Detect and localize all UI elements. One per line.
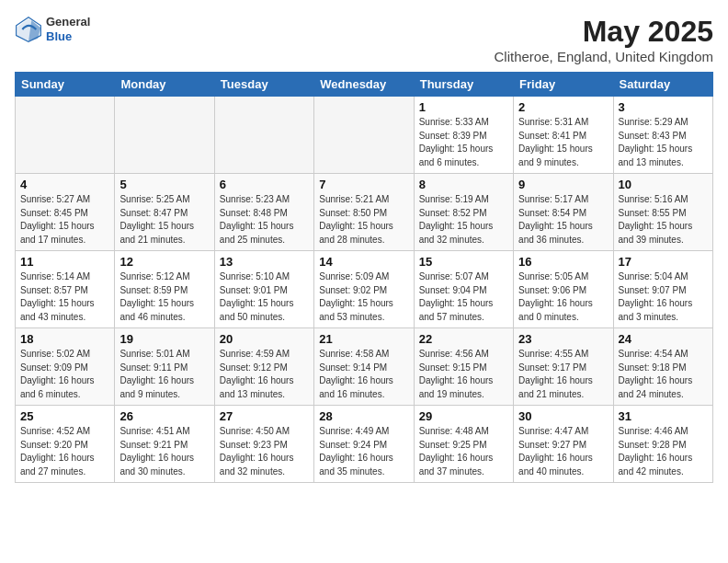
calendar-day: 1Sunrise: 5:33 AMSunset: 8:39 PMDaylight…: [414, 97, 513, 174]
calendar-day: [314, 97, 414, 174]
day-number: 2: [518, 100, 608, 114]
day-detail: Sunrise: 4:58 AMSunset: 9:14 PMDaylight:…: [319, 348, 408, 401]
day-number: 3: [619, 100, 708, 114]
calendar-day: 23Sunrise: 4:55 AMSunset: 9:17 PMDayligh…: [514, 328, 613, 406]
day-detail: Sunrise: 4:55 AMSunset: 9:17 PMDaylight:…: [518, 348, 608, 401]
calendar-day: 6Sunrise: 5:23 AMSunset: 8:48 PMDaylight…: [214, 174, 313, 251]
page-header: General Blue May 2025 Clitheroe, England…: [15, 15, 713, 64]
day-number: 4: [20, 178, 109, 191]
day-number: 23: [518, 332, 608, 346]
calendar-day: 12Sunrise: 5:12 AMSunset: 8:59 PMDayligh…: [115, 251, 214, 328]
day-detail: Sunrise: 5:19 AMSunset: 8:52 PMDaylight:…: [419, 193, 508, 247]
logo-blue-text: Blue: [46, 29, 90, 44]
month-title: May 2025: [495, 15, 713, 49]
day-detail: Sunrise: 4:47 AMSunset: 9:27 PMDaylight:…: [518, 425, 608, 478]
calendar-header-row: SundayMondayTuesdayWednesdayThursdayFrid…: [16, 73, 713, 97]
calendar-day: 4Sunrise: 5:27 AMSunset: 8:45 PMDaylight…: [16, 174, 115, 251]
calendar-day: 15Sunrise: 5:07 AMSunset: 9:04 PMDayligh…: [414, 251, 513, 328]
day-number: 27: [220, 409, 309, 423]
calendar-day: 31Sunrise: 4:46 AMSunset: 9:28 PMDayligh…: [613, 406, 712, 483]
calendar-day: [214, 97, 313, 174]
day-detail: Sunrise: 5:12 AMSunset: 8:59 PMDaylight:…: [119, 270, 209, 324]
calendar-day: 20Sunrise: 4:59 AMSunset: 9:12 PMDayligh…: [214, 328, 313, 406]
calendar-week-4: 18Sunrise: 5:02 AMSunset: 9:09 PMDayligh…: [16, 328, 713, 406]
day-number: 30: [518, 409, 608, 423]
calendar-day: 7Sunrise: 5:21 AMSunset: 8:50 PMDaylight…: [314, 174, 414, 251]
calendar-day: 17Sunrise: 5:04 AMSunset: 9:07 PMDayligh…: [613, 251, 712, 328]
day-detail: Sunrise: 5:16 AMSunset: 8:55 PMDaylight:…: [619, 193, 708, 247]
calendar-day: 9Sunrise: 5:17 AMSunset: 8:54 PMDaylight…: [514, 174, 613, 251]
calendar-day: 14Sunrise: 5:09 AMSunset: 9:02 PMDayligh…: [314, 251, 414, 328]
day-number: 25: [20, 409, 109, 423]
day-number: 15: [419, 255, 508, 269]
day-detail: Sunrise: 4:48 AMSunset: 9:25 PMDaylight:…: [419, 425, 508, 478]
col-header-saturday: Saturday: [613, 73, 712, 97]
day-number: 9: [518, 178, 608, 191]
calendar-day: 24Sunrise: 4:54 AMSunset: 9:18 PMDayligh…: [613, 328, 712, 406]
calendar-day: 29Sunrise: 4:48 AMSunset: 9:25 PMDayligh…: [414, 406, 513, 483]
day-detail: Sunrise: 4:59 AMSunset: 9:12 PMDaylight:…: [220, 348, 309, 401]
logo-icon: [15, 16, 42, 43]
day-detail: Sunrise: 5:05 AMSunset: 9:06 PMDaylight:…: [518, 270, 608, 324]
day-detail: Sunrise: 5:01 AMSunset: 9:11 PMDaylight:…: [119, 348, 209, 401]
day-number: 22: [419, 332, 508, 346]
day-number: 11: [20, 255, 109, 269]
day-number: 28: [319, 409, 408, 423]
day-detail: Sunrise: 5:25 AMSunset: 8:47 PMDaylight:…: [119, 193, 209, 247]
day-number: 14: [319, 255, 408, 269]
day-number: 18: [20, 332, 109, 346]
calendar-day: 18Sunrise: 5:02 AMSunset: 9:09 PMDayligh…: [16, 328, 115, 406]
day-number: 5: [119, 178, 209, 191]
calendar-day: 13Sunrise: 5:10 AMSunset: 9:01 PMDayligh…: [214, 251, 313, 328]
day-number: 16: [518, 255, 608, 269]
day-detail: Sunrise: 5:04 AMSunset: 9:07 PMDaylight:…: [619, 270, 708, 324]
calendar-table: SundayMondayTuesdayWednesdayThursdayFrid…: [15, 72, 713, 483]
day-detail: Sunrise: 5:09 AMSunset: 9:02 PMDaylight:…: [319, 270, 408, 324]
day-number: 20: [220, 332, 309, 346]
col-header-friday: Friday: [514, 73, 613, 97]
calendar-day: [115, 97, 214, 174]
calendar-day: 3Sunrise: 5:29 AMSunset: 8:43 PMDaylight…: [613, 97, 712, 174]
day-detail: Sunrise: 5:31 AMSunset: 8:41 PMDaylight:…: [518, 116, 608, 169]
day-detail: Sunrise: 5:29 AMSunset: 8:43 PMDaylight:…: [619, 116, 708, 169]
day-number: 1: [419, 100, 508, 114]
logo-general-text: General: [46, 15, 90, 29]
calendar-week-1: 1Sunrise: 5:33 AMSunset: 8:39 PMDaylight…: [16, 97, 713, 174]
calendar-day: 10Sunrise: 5:16 AMSunset: 8:55 PMDayligh…: [613, 174, 712, 251]
calendar-day: [16, 97, 115, 174]
day-detail: Sunrise: 4:46 AMSunset: 9:28 PMDaylight:…: [619, 425, 708, 478]
day-detail: Sunrise: 5:14 AMSunset: 8:57 PMDaylight:…: [20, 270, 109, 324]
day-detail: Sunrise: 5:07 AMSunset: 9:04 PMDaylight:…: [419, 270, 508, 324]
day-number: 12: [119, 255, 209, 269]
day-detail: Sunrise: 5:23 AMSunset: 8:48 PMDaylight:…: [220, 193, 309, 247]
day-detail: Sunrise: 5:33 AMSunset: 8:39 PMDaylight:…: [419, 116, 508, 169]
day-detail: Sunrise: 4:50 AMSunset: 9:23 PMDaylight:…: [220, 425, 309, 478]
calendar-day: 22Sunrise: 4:56 AMSunset: 9:15 PMDayligh…: [414, 328, 513, 406]
day-number: 24: [619, 332, 708, 346]
calendar-day: 5Sunrise: 5:25 AMSunset: 8:47 PMDaylight…: [115, 174, 214, 251]
calendar-day: 30Sunrise: 4:47 AMSunset: 9:27 PMDayligh…: [514, 406, 613, 483]
day-detail: Sunrise: 4:56 AMSunset: 9:15 PMDaylight:…: [419, 348, 508, 401]
col-header-tuesday: Tuesday: [214, 73, 313, 97]
day-number: 17: [619, 255, 708, 269]
day-detail: Sunrise: 4:54 AMSunset: 9:18 PMDaylight:…: [619, 348, 708, 401]
col-header-sunday: Sunday: [16, 73, 115, 97]
day-detail: Sunrise: 5:17 AMSunset: 8:54 PMDaylight:…: [518, 193, 608, 247]
location: Clitheroe, England, United Kingdom: [495, 49, 713, 64]
day-number: 13: [220, 255, 309, 269]
calendar-day: 2Sunrise: 5:31 AMSunset: 8:41 PMDaylight…: [514, 97, 613, 174]
day-number: 21: [319, 332, 408, 346]
day-number: 7: [319, 178, 408, 191]
day-number: 19: [119, 332, 209, 346]
calendar-day: 21Sunrise: 4:58 AMSunset: 9:14 PMDayligh…: [314, 328, 414, 406]
col-header-wednesday: Wednesday: [314, 73, 414, 97]
day-detail: Sunrise: 5:02 AMSunset: 9:09 PMDaylight:…: [20, 348, 109, 401]
day-number: 6: [220, 178, 309, 191]
day-detail: Sunrise: 4:52 AMSunset: 9:20 PMDaylight:…: [20, 425, 109, 478]
calendar-day: 16Sunrise: 5:05 AMSunset: 9:06 PMDayligh…: [514, 251, 613, 328]
day-detail: Sunrise: 5:21 AMSunset: 8:50 PMDaylight:…: [319, 193, 408, 247]
calendar-day: 8Sunrise: 5:19 AMSunset: 8:52 PMDaylight…: [414, 174, 513, 251]
logo: General Blue: [15, 15, 90, 43]
col-header-thursday: Thursday: [414, 73, 513, 97]
day-detail: Sunrise: 4:49 AMSunset: 9:24 PMDaylight:…: [319, 425, 408, 478]
